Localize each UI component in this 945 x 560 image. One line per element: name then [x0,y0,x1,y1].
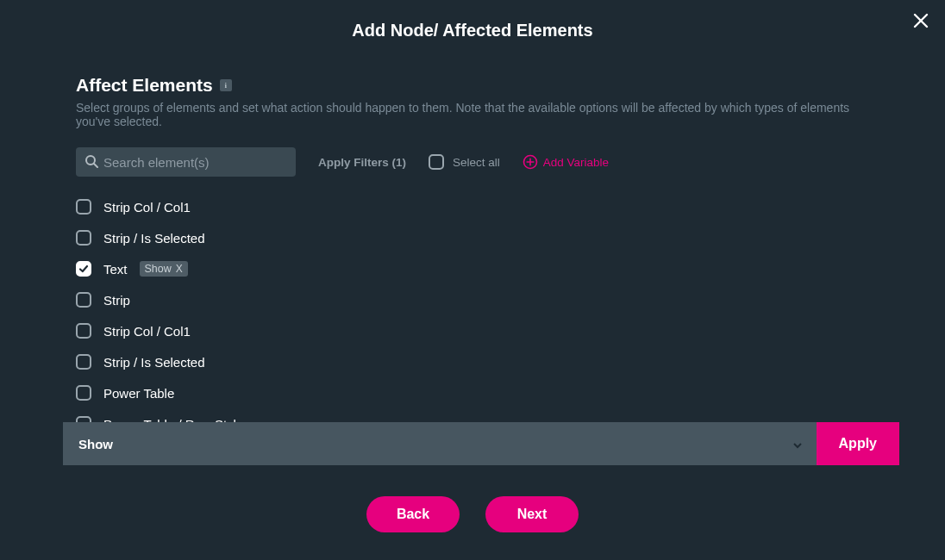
info-icon[interactable]: i [220,79,232,91]
action-select-value: Show [78,437,113,451]
checkbox-icon [76,292,91,308]
search-box [76,147,296,177]
checkbox-icon [76,385,91,401]
checkbox-icon [76,261,91,277]
list-item[interactable]: Strip Col / Col1 [76,323,869,339]
next-button[interactable]: Next [485,496,579,532]
checkbox-icon [76,199,91,215]
element-label: Strip Col / Col1 [103,200,191,215]
element-label: Text [103,262,128,277]
select-all-label: Select all [453,156,500,169]
footer-buttons: Back Next [0,496,945,532]
list-item[interactable]: Strip [76,292,869,308]
checkbox-icon [76,230,91,246]
add-variable-button[interactable]: Add Variable [523,154,609,170]
add-variable-label: Add Variable [543,156,609,169]
list-item[interactable]: TextShowX [76,261,869,277]
element-label: Strip Col / Col1 [103,324,191,339]
dialog-content: Affect Elements i Select groups of eleme… [0,49,945,432]
element-label: Strip / Is Selected [103,355,205,370]
select-all-checkbox[interactable]: Select all [429,154,500,170]
element-label: Strip [103,293,130,308]
search-icon [84,154,98,168]
action-select[interactable]: Show [63,422,817,465]
action-bar: Show Apply [63,422,899,465]
section-title: Affect Elements [76,75,213,96]
back-button[interactable]: Back [366,496,460,532]
action-tag-label: Show [145,263,172,275]
plus-circle-icon [523,154,538,170]
list-item[interactable]: Strip / Is Selected [76,230,869,246]
checkbox-icon [76,323,91,339]
element-list: Strip Col / Col1Strip / Is SelectedTextS… [76,199,869,432]
tag-remove-icon[interactable]: X [176,263,183,275]
apply-filters-button[interactable]: Apply Filters (1) [318,156,406,169]
section-description: Select groups of elements and set what a… [76,101,869,128]
checkbox-icon [429,154,444,170]
element-label: Strip / Is Selected [103,231,205,246]
list-item[interactable]: Power Table [76,385,869,401]
close-icon[interactable] [912,12,929,29]
section-title-row: Affect Elements i [76,75,869,96]
checkbox-icon [76,354,91,370]
list-item[interactable]: Strip / Is Selected [76,354,869,370]
list-item[interactable]: Strip Col / Col1 [76,199,869,215]
dialog-title: Add Node/ Affected Elements [0,21,945,40]
dialog-header: Add Node/ Affected Elements [0,0,945,49]
action-tag[interactable]: ShowX [140,261,188,277]
apply-button[interactable]: Apply [817,422,899,465]
element-label: Power Table [103,386,174,401]
svg-line-3 [94,164,97,167]
search-input[interactable] [76,147,296,177]
chevron-down-icon [792,439,803,449]
filter-row: Apply Filters (1) Select all Add Variabl… [76,147,869,177]
